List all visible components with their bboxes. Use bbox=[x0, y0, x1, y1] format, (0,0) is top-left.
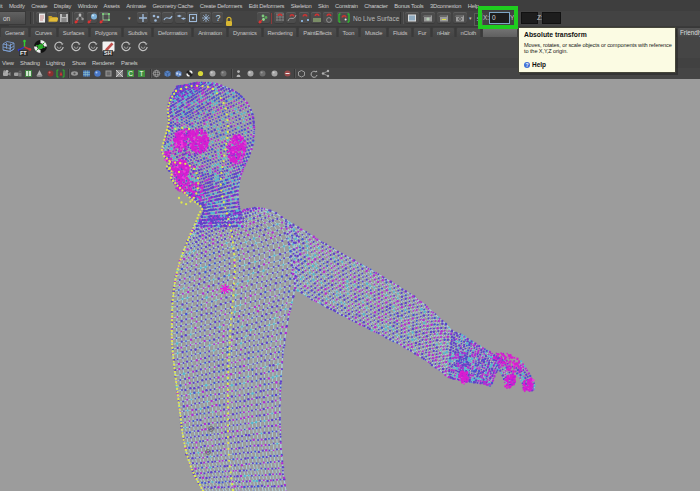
panel-menu-panels[interactable]: Panels bbox=[121, 60, 138, 66]
y-coord-field[interactable] bbox=[521, 12, 538, 24]
z-coord-field[interactable] bbox=[542, 12, 561, 24]
tooltip-help-label[interactable]: Help bbox=[532, 61, 546, 68]
snap-points-icon[interactable] bbox=[299, 12, 309, 24]
select-object-icon[interactable] bbox=[87, 12, 97, 24]
camera-attributes-icon[interactable] bbox=[24, 69, 33, 78]
gray-sphere-icon[interactable] bbox=[208, 69, 217, 78]
shelf-tab-nhair[interactable]: nHair bbox=[432, 27, 455, 37]
menu-geometry-cache[interactable]: Geometry Cache bbox=[149, 3, 196, 9]
script-shelf-icon-1[interactable] bbox=[51, 39, 66, 54]
menu-bonus-tools[interactable]: Bonus Tools bbox=[391, 3, 427, 9]
shelf-tab-fluids[interactable]: Fluids bbox=[388, 27, 412, 37]
shelf-tab-dynamics[interactable]: Dynamics bbox=[228, 27, 262, 37]
snap-grids-icon[interactable] bbox=[274, 12, 284, 24]
menu-animate[interactable]: Animate bbox=[123, 3, 149, 9]
select-hierarchy-icon[interactable] bbox=[74, 12, 84, 24]
select-rendering-icon[interactable] bbox=[257, 12, 270, 24]
share-nodes-icon[interactable] bbox=[321, 69, 330, 78]
save-scene-icon[interactable] bbox=[58, 12, 68, 24]
render-current-icon[interactable] bbox=[421, 12, 435, 24]
textured-icon[interactable] bbox=[174, 69, 183, 78]
menu-display[interactable]: Display bbox=[51, 3, 75, 9]
menu-skin[interactable]: Skin bbox=[315, 3, 332, 9]
render-settings-icon[interactable] bbox=[453, 12, 467, 24]
shelf-tab-toon[interactable]: Toon bbox=[338, 27, 360, 37]
panel-menu-lighting[interactable]: Lighting bbox=[46, 60, 65, 66]
render-expand-arrow-icon[interactable]: ▾ bbox=[469, 15, 472, 21]
isolate-select-icon[interactable] bbox=[283, 69, 292, 78]
gate-mask-icon[interactable] bbox=[104, 69, 113, 78]
plugin-cube-icon[interactable] bbox=[297, 69, 306, 78]
mask-expand-arrow-icon[interactable]: ▾ bbox=[128, 15, 131, 21]
menu-edit-deformers[interactable]: Edit Deformers bbox=[245, 3, 287, 9]
mask-faces-icon[interactable] bbox=[175, 12, 186, 24]
shelf-tab-fur[interactable]: Fur bbox=[413, 27, 431, 37]
shelf-tab-friendly[interactable]: FriendlyRa bbox=[676, 27, 700, 37]
shelf-tab-curves[interactable]: Curves bbox=[30, 27, 57, 37]
mask-lines-icon[interactable] bbox=[162, 12, 173, 24]
panel-menu-show[interactable]: Show bbox=[72, 60, 86, 66]
shaded-icon[interactable] bbox=[163, 69, 172, 78]
panel-menu-shading[interactable]: Shading bbox=[20, 60, 40, 66]
select-component-icon[interactable] bbox=[99, 12, 109, 24]
open-scene-icon[interactable] bbox=[47, 12, 57, 24]
bookmark-icon[interactable] bbox=[35, 69, 44, 78]
select-camera-icon[interactable] bbox=[2, 69, 11, 78]
image-plane-icon[interactable] bbox=[46, 69, 55, 78]
shelf-tab-subdivs[interactable]: Subdivs bbox=[123, 27, 152, 37]
safe-title-icon[interactable]: T bbox=[137, 69, 146, 78]
mask-pivots-icon[interactable] bbox=[200, 12, 211, 24]
smooth-wire-icon[interactable] bbox=[270, 69, 279, 78]
snap-curves-icon[interactable] bbox=[286, 12, 296, 24]
shelf-tab-painteffects[interactable]: PaintEffects bbox=[298, 27, 336, 37]
menu-character[interactable]: Character bbox=[361, 3, 391, 9]
make-live-icon[interactable] bbox=[337, 12, 350, 24]
shelf-tab-surfaces[interactable]: Surfaces bbox=[58, 27, 89, 37]
menu-create-deformers[interactable]: Create Deformers bbox=[196, 3, 245, 9]
backface-icon[interactable] bbox=[258, 69, 267, 78]
two-d-pan-zoom-icon[interactable] bbox=[56, 69, 65, 78]
menu-skeleton[interactable]: Skeleton bbox=[288, 3, 315, 9]
film-gate-icon[interactable] bbox=[82, 69, 91, 78]
script-shelf-icon-3[interactable] bbox=[85, 39, 100, 54]
cycle-icon[interactable] bbox=[309, 69, 318, 78]
viewport-3d[interactable] bbox=[0, 79, 700, 491]
safe-action-icon[interactable]: C bbox=[126, 69, 135, 78]
shelf-tab-polygons[interactable]: Polygons bbox=[90, 27, 122, 37]
shelf-tab-general[interactable]: General bbox=[0, 27, 29, 37]
panel-menu-renderer[interactable]: Renderer bbox=[92, 60, 115, 66]
resolution-gate-icon[interactable] bbox=[93, 69, 102, 78]
lock-icon[interactable] bbox=[225, 13, 233, 24]
mask-points-icon[interactable] bbox=[137, 12, 148, 24]
mask-parm-points-icon[interactable] bbox=[150, 12, 161, 24]
mask-hulls-icon[interactable] bbox=[187, 12, 198, 24]
xray-icon[interactable] bbox=[234, 69, 243, 78]
grid-icon[interactable] bbox=[70, 69, 79, 78]
menu-3dconnexion[interactable]: 3Dconnexion bbox=[427, 3, 465, 9]
script-shelf-icon-4[interactable] bbox=[118, 39, 133, 54]
script-shelf-icon-5[interactable] bbox=[135, 39, 150, 54]
menu-window[interactable]: Window bbox=[75, 3, 101, 9]
xray-joints-icon[interactable] bbox=[246, 69, 255, 78]
script-shelf-icon-2[interactable] bbox=[68, 39, 83, 54]
lock-camera-icon[interactable] bbox=[13, 69, 22, 78]
snap-view-planes-icon[interactable] bbox=[311, 12, 321, 24]
snap-center-icon[interactable] bbox=[323, 12, 333, 24]
menu-set-dropdown[interactable]: on bbox=[0, 11, 26, 25]
panel-menu-view[interactable]: View bbox=[2, 60, 14, 66]
field-chart-icon[interactable] bbox=[115, 69, 124, 78]
shelf-tab-animation[interactable]: Animation bbox=[193, 27, 227, 37]
shelf-tab-deformation[interactable]: Deformation bbox=[153, 27, 192, 37]
poly-cube-shelf-icon[interactable] bbox=[1, 39, 16, 54]
checker-ball-shelf-icon[interactable] bbox=[33, 39, 48, 54]
menu-assets[interactable]: Assets bbox=[100, 3, 123, 9]
shelf-tab-rendering[interactable]: Rendering bbox=[263, 27, 298, 37]
menu-modify[interactable]: Modify bbox=[6, 3, 28, 9]
use-all-lights-icon[interactable] bbox=[185, 69, 194, 78]
menu-create[interactable]: Create bbox=[28, 3, 51, 9]
new-scene-icon[interactable] bbox=[36, 12, 46, 24]
shadows-icon[interactable] bbox=[196, 69, 205, 78]
dark-sphere-icon[interactable] bbox=[219, 69, 228, 78]
wireframe-icon[interactable] bbox=[152, 69, 161, 78]
ipr-render-icon[interactable] bbox=[437, 12, 451, 24]
